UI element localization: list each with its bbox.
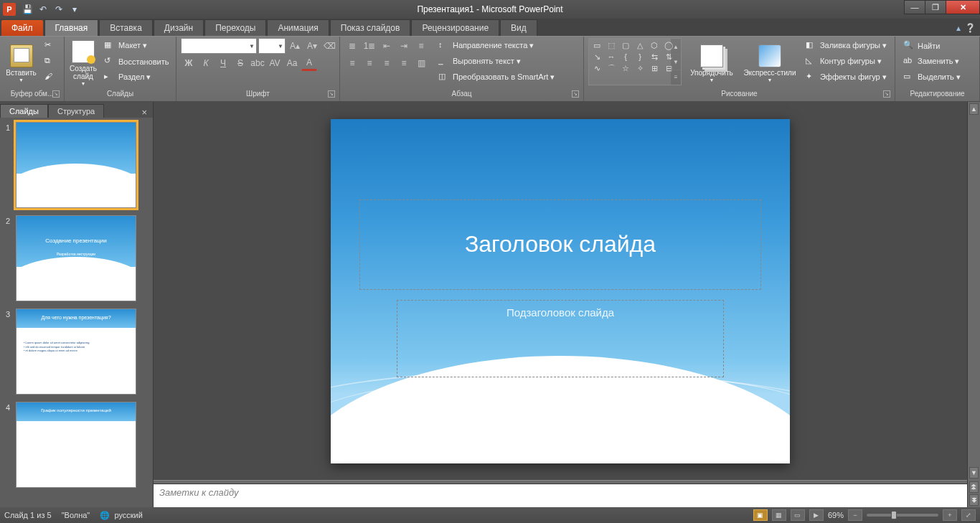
reset-button[interactable]: ↺Восстановить <box>100 54 172 69</box>
quick-styles-button[interactable]: Экспресс-стили ▼ <box>742 38 798 87</box>
replace-button[interactable]: abЗаменить ▾ <box>900 54 964 69</box>
tab-view[interactable]: Вид <box>500 19 537 36</box>
shape-icon[interactable]: } <box>633 52 646 62</box>
indent-inc-button[interactable]: ⇥ <box>396 38 412 54</box>
tab-design[interactable]: Дизайн <box>154 19 204 36</box>
dialog-launcher-icon[interactable]: ↘ <box>52 90 60 98</box>
redo-icon[interactable]: ↷ <box>52 2 66 17</box>
reading-view-button[interactable]: ▭ <box>791 509 805 521</box>
shape-icon[interactable]: ☆ <box>619 63 632 73</box>
tab-home[interactable]: Главная <box>44 19 99 36</box>
paste-button[interactable]: Вставить ▼ <box>4 38 38 87</box>
shape-icon[interactable]: ▭ <box>590 40 603 50</box>
minimize-button[interactable]: — <box>904 0 925 14</box>
font-color-button[interactable]: A <box>301 55 317 71</box>
shape-fill-button[interactable]: ◧Заливка фигуры ▾ <box>802 38 890 53</box>
language-indicator[interactable]: 🌐 русский <box>100 511 143 520</box>
vertical-scrollbar[interactable]: ▲ ▼ ⯭ ⯯ <box>967 102 980 507</box>
format-painter-button[interactable]: 🖌 <box>41 70 60 85</box>
bullets-button[interactable]: ≣ <box>344 38 360 54</box>
maximize-button[interactable]: ❐ <box>925 0 946 14</box>
qat-more-icon[interactable]: ▾ <box>67 2 82 17</box>
copy-button[interactable]: ⧉ <box>41 54 60 69</box>
arrange-button[interactable]: Упорядочить ▼ <box>686 38 738 87</box>
grow-font-button[interactable]: A▴ <box>287 38 303 54</box>
shape-icon[interactable]: ⬚ <box>605 40 618 50</box>
shape-icon[interactable]: ⇆ <box>648 52 661 62</box>
slideshow-view-button[interactable]: ▶ <box>809 509 824 521</box>
columns-button[interactable]: ▥ <box>413 55 429 71</box>
clear-format-button[interactable]: ⌫ <box>321 38 337 54</box>
shape-icon[interactable]: ⊞ <box>648 63 661 73</box>
align-text-button[interactable]: ⎯Выровнять текст ▾ <box>435 54 558 69</box>
tab-review[interactable]: Рецензирование <box>411 19 499 36</box>
list-item[interactable]: 3 Для чего нужна презентация? • Lorem ip… <box>6 308 147 395</box>
shape-icon[interactable]: ⬡ <box>648 40 661 50</box>
tab-animation[interactable]: Анимация <box>267 19 329 36</box>
notes-pane[interactable]: Заметки к слайду <box>154 484 967 507</box>
list-item[interactable]: 4 График популярности презентаций <box>6 402 147 488</box>
shape-icon[interactable]: ⌒ <box>605 63 618 73</box>
select-button[interactable]: ▭Выделить ▾ <box>900 70 964 85</box>
tab-transitions[interactable]: Переходы <box>204 19 266 36</box>
find-button[interactable]: 🔍Найти <box>900 38 964 53</box>
sorter-view-button[interactable]: ▦ <box>772 509 786 521</box>
spacing-button[interactable]: AV <box>267 55 283 71</box>
zoom-out-button[interactable]: − <box>848 509 862 521</box>
tab-slides-thumbnails[interactable]: Слайды <box>0 104 48 118</box>
layout-button[interactable]: ▦Макет ▾ <box>100 38 172 53</box>
shape-icon[interactable]: △ <box>633 40 646 50</box>
undo-icon[interactable]: ↶ <box>36 2 50 17</box>
numbering-button[interactable]: 1≣ <box>362 38 377 54</box>
align-right-button[interactable]: ≡ <box>379 55 395 71</box>
bold-button[interactable]: Ж <box>181 55 197 71</box>
italic-button[interactable]: К <box>198 55 214 71</box>
align-justify-button[interactable]: ≡ <box>396 55 412 71</box>
ribbon-minimize-icon[interactable]: ▴ <box>956 23 961 33</box>
shape-outline-button[interactable]: ◺Контур фигуры ▾ <box>802 54 890 69</box>
shape-icon[interactable]: ↘ <box>590 52 603 62</box>
font-name-combo[interactable]: ▼ <box>181 38 257 54</box>
slide[interactable]: Заголовок слайда Подзаголовок слайда <box>331 119 790 463</box>
shadow-button[interactable]: abc <box>250 55 265 71</box>
underline-button[interactable]: Ч <box>215 55 231 71</box>
shape-icon[interactable]: { <box>619 52 632 62</box>
panel-close-icon[interactable]: × <box>136 107 153 118</box>
file-tab[interactable]: Файл <box>1 20 43 36</box>
normal-view-button[interactable]: ▣ <box>753 509 768 521</box>
list-item[interactable]: 2 Создание презентации Разработка инстру… <box>6 215 147 301</box>
shape-icon[interactable]: ∿ <box>590 63 603 73</box>
indent-dec-button[interactable]: ⇤ <box>379 38 395 54</box>
list-item[interactable]: 1 <box>6 122 147 208</box>
shape-icon[interactable]: ✧ <box>633 63 646 73</box>
gallery-scroll[interactable]: ▲▼≡ <box>671 39 681 85</box>
prev-slide-icon[interactable]: ⯭ <box>969 481 979 493</box>
shape-icon[interactable]: ▢ <box>619 40 632 50</box>
align-left-button[interactable]: ≡ <box>344 55 360 71</box>
new-slide-button[interactable]: Создать слайд ▼ <box>69 38 98 87</box>
dialog-launcher-icon[interactable]: ↘ <box>572 90 579 98</box>
scroll-down-icon[interactable]: ▼ <box>969 467 979 479</box>
zoom-level[interactable]: 69% <box>828 511 844 519</box>
tab-insert[interactable]: Вставка <box>99 19 153 36</box>
shape-effects-button[interactable]: ✦Эффекты фигур ▾ <box>802 70 890 85</box>
font-size-combo[interactable]: ▼ <box>258 38 286 54</box>
convert-smartart-button[interactable]: ◫Преобразовать в SmartArt ▾ <box>435 70 558 85</box>
line-spacing-button[interactable]: ≡ <box>413 38 429 54</box>
subtitle-placeholder[interactable]: Подзаголовок слайда <box>397 300 724 377</box>
help-icon[interactable]: ❔ <box>965 23 976 33</box>
dialog-launcher-icon[interactable]: ↘ <box>328 90 335 98</box>
slide-canvas[interactable]: Заголовок слайда Подзаголовок слайда <box>154 102 967 480</box>
zoom-slider[interactable] <box>867 514 938 517</box>
tab-outline[interactable]: Структура <box>48 104 104 118</box>
shape-icon[interactable]: ↔ <box>605 52 618 62</box>
fit-to-window-button[interactable]: ⤢ <box>961 509 976 521</box>
align-center-button[interactable]: ≡ <box>362 55 377 71</box>
scroll-up-icon[interactable]: ▲ <box>969 103 979 115</box>
cut-button[interactable]: ✂ <box>41 38 60 53</box>
dialog-launcher-icon[interactable]: ↘ <box>883 90 890 98</box>
section-button[interactable]: ▸Раздел ▾ <box>100 70 172 85</box>
save-icon[interactable]: 💾 <box>20 2 34 17</box>
strike-button[interactable]: S <box>232 55 248 71</box>
zoom-in-button[interactable]: + <box>943 509 957 521</box>
